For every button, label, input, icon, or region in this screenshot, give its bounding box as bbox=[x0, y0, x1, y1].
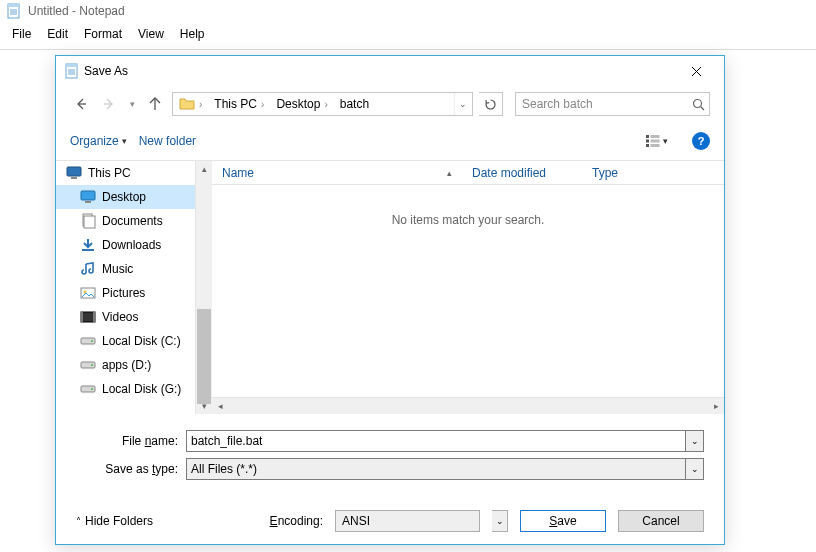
hide-folders-label: Hide Folders bbox=[85, 514, 153, 528]
savetype-dropdown[interactable]: ⌄ bbox=[686, 458, 704, 480]
column-date[interactable]: Date modified bbox=[462, 161, 582, 184]
toolbar-label: New folder bbox=[139, 134, 196, 148]
menu-view[interactable]: View bbox=[132, 25, 170, 43]
svg-rect-19 bbox=[646, 144, 649, 147]
tree-label: Local Disk (C:) bbox=[102, 334, 181, 348]
forward-button[interactable] bbox=[98, 93, 120, 115]
svg-rect-1 bbox=[8, 4, 19, 7]
help-button[interactable]: ? bbox=[692, 132, 710, 150]
music-icon bbox=[80, 261, 96, 277]
scroll-left-button[interactable]: ◂ bbox=[212, 398, 228, 414]
chevron-down-icon: ⌄ bbox=[496, 516, 504, 526]
tree-label: Pictures bbox=[102, 286, 145, 300]
nav-tree: This PC Desktop Documents Downloads Musi… bbox=[56, 161, 196, 414]
folder-icon bbox=[179, 96, 195, 112]
tree-label: apps (D:) bbox=[102, 358, 151, 372]
tree-item-disk-g[interactable]: Local Disk (G:) bbox=[56, 377, 195, 401]
back-button[interactable] bbox=[70, 93, 92, 115]
tree-label: Videos bbox=[102, 310, 138, 324]
scroll-up-button[interactable]: ▴ bbox=[196, 161, 212, 177]
breadcrumb-label: This PC bbox=[214, 97, 257, 111]
menu-help[interactable]: Help bbox=[174, 25, 211, 43]
svg-rect-6 bbox=[66, 64, 77, 67]
tree-item-downloads[interactable]: Downloads bbox=[56, 233, 195, 257]
tree-item-disk-d[interactable]: apps (D:) bbox=[56, 353, 195, 377]
drive-icon bbox=[80, 333, 96, 349]
column-type[interactable]: Type bbox=[582, 161, 724, 184]
svg-rect-18 bbox=[646, 140, 649, 143]
sort-asc-icon: ▴ bbox=[447, 168, 452, 178]
tree-item-music[interactable]: Music bbox=[56, 257, 195, 281]
encoding-value: ANSI bbox=[342, 514, 370, 528]
scroll-right-button[interactable]: ▸ bbox=[708, 398, 724, 414]
tree-label: Downloads bbox=[102, 238, 161, 252]
encoding-dropdown[interactable]: ⌄ bbox=[492, 510, 508, 532]
svg-point-38 bbox=[91, 364, 93, 366]
chevron-down-icon: ▾ bbox=[130, 99, 135, 109]
notepad-icon bbox=[6, 3, 22, 19]
tree-item-desktop[interactable]: Desktop bbox=[56, 185, 195, 209]
scroll-thumb[interactable] bbox=[197, 309, 211, 404]
column-label: Date modified bbox=[472, 166, 546, 180]
refresh-button[interactable] bbox=[479, 92, 503, 116]
save-button[interactable]: Save bbox=[520, 510, 606, 532]
menu-bar: File Edit Format View Help bbox=[0, 22, 816, 50]
breadcrumb-desktop[interactable]: Desktop› bbox=[272, 93, 333, 115]
hide-folders-button[interactable]: ˄Hide Folders bbox=[76, 514, 153, 528]
breadcrumb-thispc[interactable]: This PC› bbox=[210, 93, 270, 115]
savetype-label: Save as type: bbox=[76, 462, 186, 476]
recent-dropdown[interactable]: ▾ bbox=[126, 93, 138, 115]
scroll-down-button[interactable]: ▾ bbox=[196, 398, 212, 414]
downloads-icon bbox=[80, 237, 96, 253]
menu-edit[interactable]: Edit bbox=[41, 25, 74, 43]
app-title: Untitled - Notepad bbox=[28, 4, 125, 18]
svg-rect-24 bbox=[71, 177, 77, 179]
chevron-right-icon: › bbox=[197, 99, 204, 110]
new-folder-button[interactable]: New folder bbox=[139, 134, 196, 148]
menu-file[interactable]: File bbox=[6, 25, 37, 43]
breadcrumb-current[interactable]: batch bbox=[336, 93, 373, 115]
tree-item-pictures[interactable]: Pictures bbox=[56, 281, 195, 305]
tree-item-disk-c[interactable]: Local Disk (C:) bbox=[56, 329, 195, 353]
tree-item-documents[interactable]: Documents bbox=[56, 209, 195, 233]
svg-rect-21 bbox=[651, 140, 660, 143]
arrow-left-icon bbox=[74, 97, 88, 111]
breadcrumb-dropdown[interactable]: ⌄ bbox=[454, 93, 470, 115]
bottom-row: ˄Hide Folders Encoding: ANSI ⌄ Save Canc… bbox=[56, 492, 724, 544]
tree-label: Desktop bbox=[102, 190, 146, 204]
svg-rect-25 bbox=[81, 191, 95, 200]
savetype-combo[interactable]: All Files (*.*) bbox=[186, 458, 686, 480]
filename-input[interactable] bbox=[186, 430, 686, 452]
close-button[interactable] bbox=[676, 57, 716, 85]
chevron-down-icon: ⌄ bbox=[459, 99, 467, 109]
savetype-value: All Files (*.*) bbox=[191, 462, 257, 476]
list-hscrollbar[interactable]: ◂ ▸ bbox=[212, 397, 724, 414]
svg-rect-17 bbox=[646, 135, 649, 138]
encoding-combo[interactable]: ANSI bbox=[335, 510, 480, 532]
encoding-label: Encoding: bbox=[270, 514, 323, 528]
tree-item-videos[interactable]: Videos bbox=[56, 305, 195, 329]
svg-point-36 bbox=[91, 340, 93, 342]
filename-dropdown[interactable]: ⌄ bbox=[686, 430, 704, 452]
column-name[interactable]: Name▴ bbox=[212, 161, 462, 184]
up-button[interactable] bbox=[144, 93, 166, 115]
tree-scrollbar[interactable]: ▴ ▾ bbox=[195, 161, 212, 414]
breadcrumb-root[interactable]: › bbox=[175, 93, 208, 115]
svg-rect-33 bbox=[81, 312, 83, 322]
search-box[interactable] bbox=[515, 92, 710, 116]
menu-format[interactable]: Format bbox=[78, 25, 128, 43]
svg-rect-29 bbox=[82, 249, 94, 251]
organize-button[interactable]: Organize ▾ bbox=[70, 134, 127, 148]
help-icon: ? bbox=[698, 135, 705, 147]
app-titlebar: Untitled - Notepad bbox=[0, 0, 816, 22]
breadcrumb-bar[interactable]: › This PC› Desktop› batch ⌄ bbox=[172, 92, 473, 116]
search-input[interactable] bbox=[520, 96, 692, 112]
file-list-area: Name▴ Date modified Type No items match … bbox=[212, 161, 724, 414]
chevron-down-icon: ⌄ bbox=[691, 436, 699, 446]
tree-item-thispc[interactable]: This PC bbox=[56, 161, 195, 185]
view-mode-button[interactable]: ▾ bbox=[640, 130, 674, 152]
cancel-button[interactable]: Cancel bbox=[618, 510, 704, 532]
dialog-titlebar[interactable]: Save As bbox=[56, 56, 724, 86]
svg-rect-26 bbox=[85, 201, 91, 203]
body-row: This PC Desktop Documents Downloads Musi… bbox=[56, 161, 724, 414]
